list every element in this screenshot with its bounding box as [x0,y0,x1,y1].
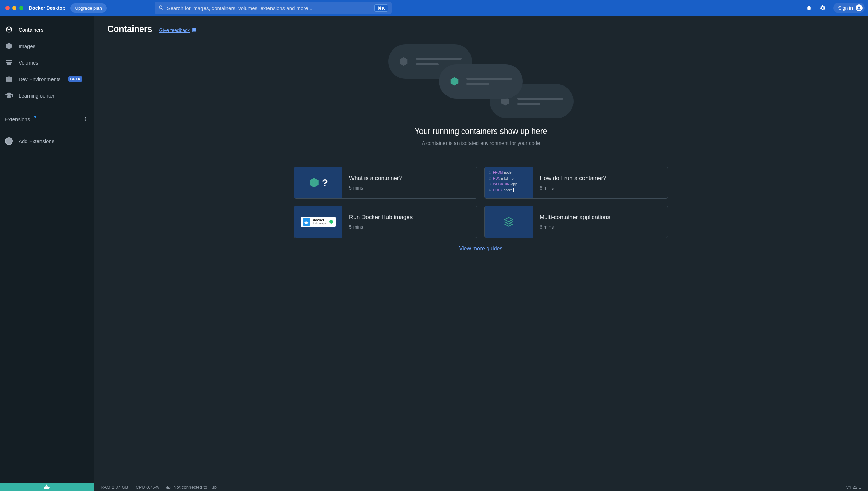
sidebar-item-dev-environments[interactable]: Dev Environments BETA [0,71,94,87]
extensions-section-header: Extensions [0,112,94,126]
maximize-window-button[interactable] [19,6,23,10]
empty-state-illustration [388,44,574,116]
sidebar-item-label: Dev Environments [19,76,61,82]
card-title: Multi-container applications [540,214,661,221]
sidebar-item-label: Images [19,43,35,49]
sidebar-divider [2,107,92,107]
guide-cards-grid: ? What is a container? 5 mins 1FROM node… [294,167,668,238]
extensions-notification-dot [34,116,36,118]
sidebar-item-learning-center[interactable]: Learning center [0,87,94,104]
empty-state-subtitle: A container is an isolated environment f… [421,140,540,146]
dockerfile-preview: 1FROM node 2RUN mkdir -p 3WORKDIR /app 4… [485,167,533,198]
card-thumbnail: ? [294,167,342,198]
global-search[interactable]: ⌘K [155,2,392,14]
sidebar-item-label: Volumes [19,60,38,66]
docker-whale-icon [303,218,310,226]
guide-card-multi-container[interactable]: Multi-container applications 6 mins [484,206,668,238]
sign-in-button[interactable]: Sign in [833,3,865,13]
cpu-usage: CPU 0.75% [136,484,159,490]
verified-check-icon [329,220,333,224]
title-bar: Docker Desktop Upgrade plan ⌘K Sign in [0,0,868,16]
sidebar-item-volumes[interactable]: Volumes [0,54,94,71]
image-icon [5,42,13,50]
container-icon [5,25,13,34]
sidebar: Containers Images Volumes Dev Environmen… [0,16,94,483]
card-thumbnail: docker hub-image [294,206,342,238]
user-avatar-icon [856,4,863,11]
card-title: What is a container? [349,175,470,182]
hub-connection-status[interactable]: Not connected to Hub [166,484,217,490]
search-icon [158,5,164,11]
app-version: v4.22.1 [846,484,861,490]
view-more-guides-link[interactable]: View more guides [459,246,503,251]
cloud-off-icon [166,485,171,490]
sidebar-item-images[interactable]: Images [0,38,94,54]
guide-card-run-hub-images[interactable]: docker hub-image Run Docker Hub images 5… [294,206,477,238]
volume-icon [5,58,13,67]
card-duration: 5 mins [349,224,470,230]
add-extensions-button[interactable]: Add Extensions [0,133,94,149]
settings-icon[interactable] [820,5,826,11]
card-title: Run Docker Hub images [349,214,470,221]
learning-icon [5,91,13,100]
search-shortcut-hint: ⌘K [374,4,388,12]
main-content: Containers Give feedback [94,16,868,483]
status-bar: RAM 2.87 GB CPU 0.75% Not connected to H… [0,483,868,491]
sidebar-item-containers[interactable]: Containers [0,21,94,38]
card-thumbnail: 1FROM node 2RUN mkdir -p 3WORKDIR /app 4… [485,167,533,198]
upgrade-plan-button[interactable]: Upgrade plan [70,3,107,13]
feedback-icon [192,28,197,33]
guide-card-what-is-container[interactable]: ? What is a container? 5 mins [294,167,477,199]
empty-state: Your running containers show up here A c… [107,44,854,146]
docker-engine-status[interactable] [0,483,94,491]
plus-circle-icon [5,137,13,145]
guide-card-how-to-run-container[interactable]: 1FROM node 2RUN mkdir -p 3WORKDIR /app 4… [484,167,668,199]
container-cube-icon [398,56,409,67]
devenv-icon [5,75,13,83]
beta-badge: BETA [68,76,82,82]
container-cube-icon [449,76,460,87]
page-title: Containers [107,24,152,34]
card-title: How do I run a container? [540,175,661,182]
layers-icon [504,217,514,227]
bug-icon[interactable] [806,5,812,11]
card-duration: 5 mins [349,185,470,191]
sidebar-item-label: Learning center [19,93,54,99]
ram-usage: RAM 2.87 GB [101,484,128,490]
docker-whale-icon [43,484,51,490]
card-duration: 6 mins [540,185,661,191]
question-mark-icon: ? [322,177,328,189]
sidebar-item-label: Containers [19,27,44,33]
extensions-label: Extensions [5,116,30,122]
card-thumbnail [485,206,533,238]
empty-state-title: Your running containers show up here [415,127,547,136]
docker-hub-badge: docker hub-image [301,217,336,227]
minimize-window-button[interactable] [12,6,16,10]
add-extensions-label: Add Extensions [19,138,54,144]
card-duration: 6 mins [540,224,661,230]
app-title: Docker Desktop [29,5,66,11]
container-cube-icon [308,177,320,189]
sign-in-label: Sign in [838,5,853,11]
close-window-button[interactable] [5,6,10,10]
extensions-menu-icon[interactable] [83,116,89,122]
window-controls [3,6,25,10]
give-feedback-link[interactable]: Give feedback [159,27,197,33]
search-input[interactable] [167,5,374,11]
